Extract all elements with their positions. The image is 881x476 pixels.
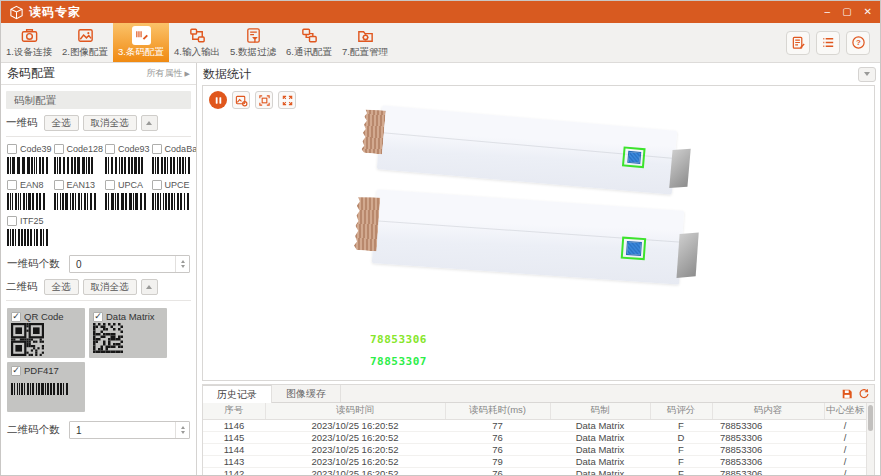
scrollbar-thumb[interactable] [868,405,873,431]
table-header-row: 序号 读码时间 读码耗时(ms) 码制 码评分 码内容 中心坐标 [203,403,866,419]
cell-center: / [824,431,866,443]
code-item-code93[interactable]: Code93 [105,144,150,174]
spinner-arrows[interactable] [175,256,189,272]
code-item-ean13[interactable]: EAN13 [54,180,104,210]
copper-tab [361,109,386,155]
tab-image-config[interactable]: 2.图像配置 [57,23,113,62]
code-item-ean8[interactable]: EAN8 [7,180,52,210]
tab-input-output[interactable]: 4.输入输出 [169,23,225,62]
column-header[interactable]: 序号 [203,403,265,419]
spinner-arrows[interactable] [175,422,189,438]
image-icon [76,26,95,45]
clear-records-icon[interactable] [857,387,871,401]
oned-collapse-button[interactable] [141,115,158,131]
tile-qrcode[interactable]: QR Code [7,308,85,358]
app-logo-icon [9,5,24,20]
tile-pdf417[interactable]: PDF417 [7,362,85,412]
checkbox-code128[interactable] [54,144,64,154]
column-header[interactable]: 码评分 [650,403,712,419]
tab-label: 6.通讯配置 [286,46,332,59]
checkbox-codabar[interactable] [152,144,162,154]
cell-seq: 1145 [203,431,265,443]
tab-label: 7.配置管理 [342,46,388,59]
column-header[interactable]: 读码时间 [265,403,445,419]
maximize-button[interactable]: ▢ [842,7,851,17]
cell-elapsed: 76 [445,431,550,443]
io-icon [188,26,207,45]
checkbox-datamatrix[interactable] [93,312,103,322]
save-image-button[interactable] [232,91,250,109]
tab-config-manage[interactable]: 7.配置管理 [337,23,393,62]
history-row[interactable]: 1142 2023/10/25 16:20:52 76 Data Matrix … [203,467,866,475]
all-properties-link[interactable]: 所有属性 ▶ [147,67,190,80]
tile-datamatrix[interactable]: Data Matrix [89,308,167,358]
column-header[interactable]: 中心坐标 [824,403,866,419]
history-row[interactable]: 1146 2023/10/25 16:20:52 77 Data Matrix … [203,419,866,431]
column-header[interactable]: 读码耗时(ms) [445,403,550,419]
code-item-code128[interactable]: Code128 [54,144,104,174]
checkbox-ean13[interactable] [54,180,64,190]
history-table: 序号 读码时间 读码耗时(ms) 码制 码评分 码内容 中心坐标 1146 20 [203,403,866,475]
checkbox-pdf417[interactable] [11,366,21,376]
code39-sample-image [7,157,52,174]
save-records-icon[interactable] [840,387,854,401]
spin-up-icon [181,260,185,263]
barcode-config-icon [132,26,151,45]
app-window: 读码专家 – ▢ ✕ 1.设备连接 2.图像配置 3.条码配置 4.输入输出 5… [0,0,881,476]
tab-label: 1.设备连接 [6,46,52,59]
code-item-upce[interactable]: UPCE [152,180,197,210]
tab-barcode-config[interactable]: 3.条码配置 [113,23,169,62]
fit-view-button[interactable] [255,91,273,109]
minimize-button[interactable]: – [825,7,831,17]
oned-deselect-all-button[interactable]: 取消全选 [83,115,137,131]
code-item-itf25[interactable]: ITF25 [7,216,52,246]
log-report-button[interactable] [786,31,810,55]
column-header[interactable]: 码内容 [712,403,824,419]
checkbox-upce[interactable] [152,180,162,190]
checkbox-code93[interactable] [105,144,115,154]
cell-elapsed: 77 [445,419,550,431]
cell-elapsed: 79 [445,455,550,467]
code-item-upca[interactable]: UPCA [105,180,150,210]
tab-comm-config[interactable]: 6.通讯配置 [281,23,337,62]
checkbox-upca[interactable] [105,180,115,190]
tab-label: 5.数据过滤 [230,46,276,59]
tab-device-connect[interactable]: 1.设备连接 [1,23,57,62]
checkbox-itf25[interactable] [7,216,17,226]
twod-select-all-button[interactable]: 全选 [44,279,79,295]
twod-deselect-all-button[interactable]: 取消全选 [83,279,137,295]
checkbox-code39[interactable] [7,144,17,154]
tab-data-filter[interactable]: 5.数据过滤 [225,23,281,62]
code-item-codabar[interactable]: CodaBar [152,144,197,174]
tab-image-cache[interactable]: 图像缓存 [272,385,341,402]
pause-button[interactable] [209,91,227,109]
cell-time: 2023/10/25 16:20:52 [265,467,445,475]
twod-count-spinner[interactable]: 1 [69,421,190,439]
cell-symbology: Data Matrix [550,455,650,467]
oned-select-all-button[interactable]: 全选 [44,115,79,131]
cell-elapsed: 76 [445,443,550,455]
history-row[interactable]: 1143 2023/10/25 16:20:52 79 Data Matrix … [203,455,866,467]
column-header[interactable]: 码制 [550,403,650,419]
pdf417-sample-image [11,383,81,395]
list-view-button[interactable] [816,31,840,55]
fullscreen-button[interactable] [278,91,296,109]
code-name: Code128 [67,144,104,154]
oned-count-spinner[interactable]: 0 [69,255,190,273]
history-row[interactable]: 1145 2023/10/25 16:20:52 76 Data Matrix … [203,431,866,443]
close-button[interactable]: ✕ [864,7,872,17]
checkbox-qrcode[interactable] [11,312,21,322]
cell-symbology: Data Matrix [550,443,650,455]
cell-content: 78853306 [712,419,824,431]
cell-grade: F [650,419,712,431]
stats-collapse-button[interactable] [858,67,876,82]
tab-history-records[interactable]: 历史记录 [203,385,272,403]
oned-label: 一维码 [6,116,38,130]
help-button[interactable]: ? [846,31,870,55]
code-item-code39[interactable]: Code39 [7,144,52,174]
code128-sample-image [54,157,104,174]
table-scrollbar[interactable] [866,403,874,475]
twod-collapse-button[interactable] [141,279,158,295]
history-row[interactable]: 1144 2023/10/25 16:20:52 76 Data Matrix … [203,443,866,455]
checkbox-ean8[interactable] [7,180,17,190]
